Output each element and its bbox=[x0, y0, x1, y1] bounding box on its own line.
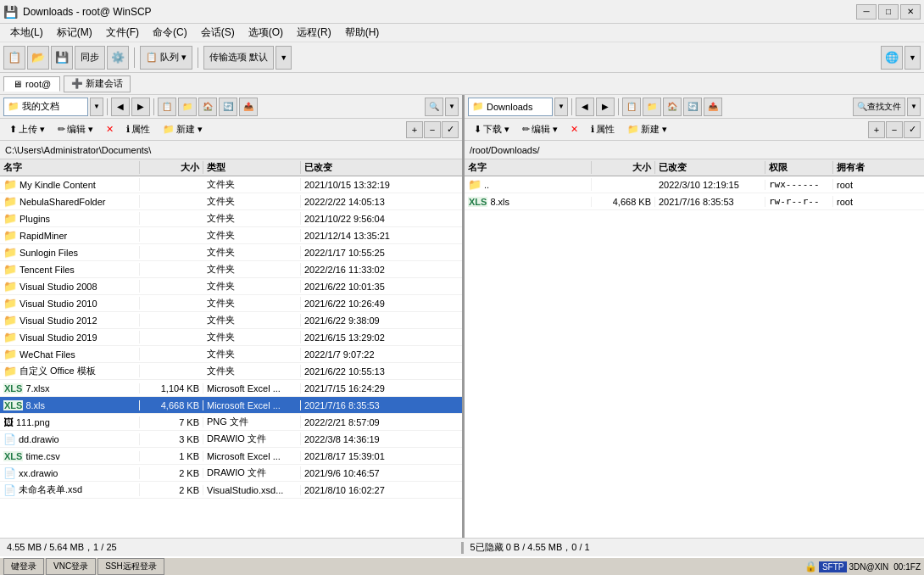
left-upload-btn[interactable]: ⬆ 上传 ▾ bbox=[3, 121, 51, 138]
right-file-list-container[interactable]: 名字 大小 已改变 权限 拥有者 📁 .. 2022/3/10 12:19:15… bbox=[465, 159, 924, 538]
toolbar-btn-4[interactable]: ⚙️ bbox=[107, 46, 129, 70]
right-combo-arrow[interactable]: ▼ bbox=[554, 98, 568, 116]
left-col-modified-header[interactable]: 已改变 bbox=[301, 161, 462, 174]
right-new-btn[interactable]: 📁 新建 ▾ bbox=[621, 121, 673, 138]
left-file-row[interactable]: 🖼 111.png 7 KB PNG 文件 2022/2/21 8:57:09 bbox=[0, 414, 462, 431]
right-search-btn[interactable]: 🔍查找文件 bbox=[853, 98, 905, 116]
left-nav-btn-7[interactable]: 📤 bbox=[239, 98, 258, 116]
left-nav-btn-4[interactable]: 📁 bbox=[178, 98, 197, 116]
sync-btn[interactable]: 同步 bbox=[75, 46, 105, 70]
left-search-btn[interactable]: 🔍 bbox=[425, 98, 443, 116]
left-file-row[interactable]: 📁 Visual Studio 2008 文件夹 2021/6/22 10:01… bbox=[0, 278, 462, 295]
left-new-btn[interactable]: 📁 新建 ▾ bbox=[157, 121, 209, 138]
right-file-row[interactable]: XLS 8.xls 4,668 KB 2021/7/16 8:35:53 rw-… bbox=[465, 193, 924, 210]
left-file-row[interactable]: 📁 WeChat Files 文件夹 2022/1/7 9:07:22 bbox=[0, 346, 462, 363]
left-file-row[interactable]: XLS 7.xlsx 1,104 KB Microsoft Excel ... … bbox=[0, 380, 462, 397]
left-file-row[interactable]: XLS time.csv 1 KB Microsoft Excel ... 20… bbox=[0, 448, 462, 465]
left-properties-btn[interactable]: ℹ 属性 bbox=[120, 121, 156, 138]
left-file-row[interactable]: 📁 Plugins 文件夹 2021/10/22 9:56:04 bbox=[0, 210, 462, 227]
left-action-check[interactable]: ✓ bbox=[442, 121, 459, 138]
taskbar-item-3[interactable]: SSH远程登录 bbox=[97, 558, 164, 575]
right-nav-btn-4[interactable]: 📁 bbox=[643, 98, 661, 116]
maximize-btn[interactable]: □ bbox=[878, 4, 899, 20]
right-path-combo[interactable]: 📁 Downloads bbox=[468, 98, 553, 116]
left-edit-btn[interactable]: ✏ 编辑 ▾ bbox=[52, 121, 99, 138]
left-file-size: 3 KB bbox=[140, 434, 203, 444]
left-action-minus[interactable]: − bbox=[424, 121, 441, 138]
left-nav-btn-3[interactable]: 📋 bbox=[158, 98, 176, 116]
left-file-row[interactable]: 📁 Visual Studio 2012 文件夹 2021/6/22 9:38:… bbox=[0, 312, 462, 329]
right-properties-btn[interactable]: ℹ 属性 bbox=[585, 121, 621, 138]
left-more-btn[interactable]: ▼ bbox=[445, 98, 459, 116]
left-delete-btn[interactable]: ✕ bbox=[100, 121, 120, 138]
session-tab[interactable]: 🖥 root@ bbox=[3, 76, 60, 92]
minimize-btn[interactable]: ─ bbox=[856, 4, 877, 20]
queue-btn[interactable]: 📋 队列 ▾ bbox=[140, 46, 192, 70]
right-nav-right[interactable]: ▶ bbox=[596, 98, 615, 116]
right-nav-btn-3[interactable]: 📋 bbox=[622, 98, 641, 116]
left-file-row[interactable]: 📄 dd.drawio 3 KB DRAWIO 文件 2022/3/8 14:3… bbox=[0, 431, 462, 448]
left-file-row[interactable]: 📄 未命名表单.xsd 2 KB VisualStudio.xsd... 202… bbox=[0, 482, 462, 499]
right-col-modified-header[interactable]: 已改变 bbox=[655, 161, 765, 174]
taskbar-item-2[interactable]: VNC登录 bbox=[46, 558, 96, 575]
left-file-type: PNG 文件 bbox=[203, 416, 301, 428]
left-nav-left[interactable]: ◀ bbox=[111, 98, 130, 116]
right-edit-btn[interactable]: ✏ 编辑 ▾ bbox=[516, 121, 564, 138]
window-controls[interactable]: ─ □ ✕ bbox=[856, 4, 921, 20]
right-action-plus[interactable]: + bbox=[868, 121, 885, 138]
left-file-list-container[interactable]: 名字 大小 类型 已改变 📁 My Kindle Content 文件夹 202… bbox=[0, 159, 462, 538]
left-file-row[interactable]: 📄 xx.drawio 2 KB DRAWIO 文件 2021/9/6 10:4… bbox=[0, 465, 462, 482]
menu-help[interactable]: 帮助(H) bbox=[338, 24, 387, 42]
right-col-size-header[interactable]: 大小 bbox=[592, 161, 655, 174]
left-nav-btn-6[interactable]: 🔄 bbox=[219, 98, 237, 116]
transfer-options-btn[interactable]: 传输选项 默认 bbox=[203, 46, 274, 70]
left-nav-btn-5[interactable]: 🏠 bbox=[198, 98, 217, 116]
right-col-owner-header[interactable]: 拥有者 bbox=[833, 161, 924, 174]
menu-remote[interactable]: 远程(R) bbox=[290, 24, 338, 42]
left-file-row[interactable]: 📁 NebulaSharedFolder 文件夹 2022/2/22 14:05… bbox=[0, 193, 462, 210]
left-file-row[interactable]: 📁 Visual Studio 2010 文件夹 2021/6/22 10:26… bbox=[0, 295, 462, 312]
menu-local[interactable]: 本地(L) bbox=[3, 24, 50, 42]
left-file-row[interactable]: 📁 Visual Studio 2019 文件夹 2021/6/15 13:29… bbox=[0, 329, 462, 346]
right-nav-left[interactable]: ◀ bbox=[576, 98, 594, 116]
left-file-row[interactable]: 📁 RapidMiner 文件夹 2021/12/14 13:35:21 bbox=[0, 227, 462, 244]
right-col-name-header[interactable]: 名字 bbox=[465, 161, 592, 174]
left-file-row[interactable]: 📁 自定义 Office 模板 文件夹 2021/6/22 10:55:13 bbox=[0, 363, 462, 380]
toolbar-btn-3[interactable]: 💾 bbox=[51, 46, 73, 70]
close-btn[interactable]: ✕ bbox=[900, 4, 921, 20]
right-more-btn[interactable]: ▼ bbox=[907, 98, 921, 116]
left-file-row[interactable]: 📁 Sunlogin Files 文件夹 2022/1/17 10:55:25 bbox=[0, 244, 462, 261]
left-col-name-header[interactable]: 名字 bbox=[0, 161, 140, 174]
toolbar-btn-2[interactable]: 📂 bbox=[27, 46, 49, 70]
toolbar-btn-1[interactable]: 📋 bbox=[3, 46, 25, 70]
new-session-btn[interactable]: ➕ 新建会话 bbox=[64, 75, 131, 92]
toolbar-globe-btn[interactable]: 🌐 bbox=[881, 46, 903, 70]
taskbar-item-1[interactable]: 键登录 bbox=[3, 558, 44, 575]
left-file-row[interactable]: XLS 8.xls 4,668 KB Microsoft Excel ... 2… bbox=[0, 397, 462, 414]
left-col-type-header[interactable]: 类型 bbox=[203, 161, 301, 174]
left-file-row[interactable]: 📁 Tencent Files 文件夹 2022/2/16 11:33:02 bbox=[0, 261, 462, 278]
left-action-plus[interactable]: + bbox=[406, 121, 423, 138]
left-file-row[interactable]: 📁 My Kindle Content 文件夹 2021/10/15 13:32… bbox=[0, 176, 462, 193]
left-combo-arrow[interactable]: ▼ bbox=[90, 98, 103, 116]
right-col-perms-header[interactable]: 权限 bbox=[765, 161, 833, 174]
right-nav-btn-5[interactable]: 🏠 bbox=[663, 98, 682, 116]
menu-file[interactable]: 文件(F) bbox=[99, 24, 146, 42]
right-nav-btn-6[interactable]: 🔄 bbox=[683, 98, 702, 116]
menu-session[interactable]: 会话(S) bbox=[194, 24, 242, 42]
right-nav-btn-7[interactable]: 📤 bbox=[704, 98, 722, 116]
toolbar-globe-dropdown[interactable]: ▼ bbox=[905, 46, 921, 70]
transfer-dropdown-btn[interactable]: ▼ bbox=[276, 46, 292, 70]
left-col-size-header[interactable]: 大小 bbox=[140, 161, 203, 174]
menu-options[interactable]: 选项(O) bbox=[242, 24, 290, 42]
right-action-minus[interactable]: − bbox=[886, 121, 903, 138]
right-delete-btn[interactable]: ✕ bbox=[565, 121, 584, 138]
right-combo-label: Downloads bbox=[487, 102, 532, 112]
right-download-btn[interactable]: ⬇ 下载 ▾ bbox=[468, 121, 515, 138]
right-file-row[interactable]: 📁 .. 2022/3/10 12:19:15 rwx------ root bbox=[465, 176, 924, 193]
left-path-combo[interactable]: 📁 我的文档 bbox=[3, 98, 88, 116]
left-nav-right[interactable]: ▶ bbox=[131, 98, 150, 116]
menu-command[interactable]: 命令(C) bbox=[146, 24, 194, 42]
right-action-check[interactable]: ✓ bbox=[904, 121, 921, 138]
menu-mark[interactable]: 标记(M) bbox=[50, 24, 99, 42]
